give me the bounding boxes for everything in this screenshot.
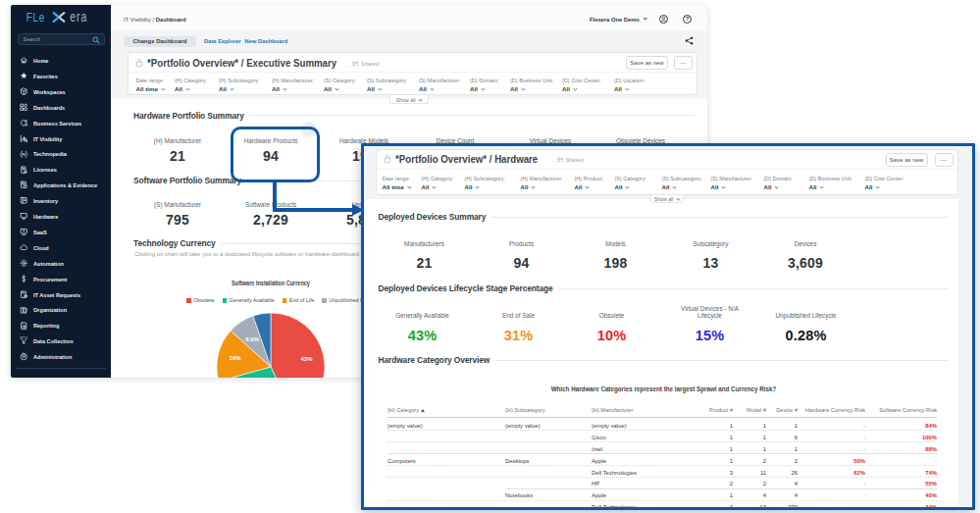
new-dashboard-link[interactable]: New Dashboard (245, 36, 288, 48)
filter--s-manufacturer-[interactable]: (S) Manufacturer:All (711, 176, 753, 190)
filter-value[interactable]: All (865, 183, 904, 190)
sidebar-item-data-collection[interactable]: Data Collection (11, 333, 111, 349)
sidebar-item-label: Dashboards (33, 104, 65, 111)
hardware-category-heading: Hardware Category Overview (379, 355, 490, 365)
filter-value[interactable]: All (367, 85, 407, 92)
filter-value[interactable]: All (764, 183, 794, 190)
filter-value[interactable]: All (272, 85, 314, 92)
sidebar-item-label: Data Collection (33, 337, 74, 344)
filter-value[interactable]: All (809, 183, 852, 190)
sidebar-item-applications-evidence[interactable]: Applications & Evidence (11, 178, 111, 193)
filter-value[interactable]: All time (136, 85, 164, 92)
filter--s-category-[interactable]: (S) Category:All (615, 176, 647, 190)
filter-value[interactable]: All (575, 183, 604, 190)
sidebar-item-automation[interactable]: Automation (11, 255, 111, 271)
filter-value[interactable]: All (615, 183, 647, 190)
sidebar-item-technopedia[interactable]: Technopedia (11, 146, 111, 162)
table-header-0[interactable]: (H) Category (387, 407, 503, 413)
filter--s-subcategory-[interactable]: (S) Subcategory:All (662, 176, 702, 190)
filter-value[interactable]: All (521, 183, 563, 190)
sidebar-item-cloud[interactable]: Cloud (11, 239, 111, 255)
sidebar-item-it-asset-requests[interactable]: IT Asset Requests (11, 286, 111, 302)
table-header-7[interactable]: Software Currency Risk (869, 407, 937, 413)
table-header-3[interactable]: Product # (688, 407, 733, 413)
table-header-4[interactable]: Model # (735, 407, 766, 413)
filter--s-manufacturer-[interactable]: (S) Manufacturer:All (419, 77, 461, 92)
help-icon[interactable]: ? (683, 15, 692, 24)
filter--d-domain-[interactable]: (D) Domain:All (764, 176, 794, 190)
more-options-button[interactable]: ... (935, 153, 954, 167)
filter-value[interactable]: All (324, 85, 356, 92)
filter--h-category-[interactable]: (H) Category:All (175, 77, 207, 92)
filter--h-subcategory-[interactable]: (H) Subcategory:All (465, 176, 506, 190)
filter--s-subcategory-[interactable]: (S) Subcategory:All (367, 77, 407, 92)
save-as-new-button[interactable]: Save as new (626, 56, 668, 70)
filter-value[interactable]: All (614, 85, 645, 92)
sidebar-item-administration[interactable]: Administration (11, 349, 111, 365)
filter--d-cost-center-[interactable]: (D) Cost Center:All (865, 176, 904, 190)
show-all-button[interactable]: Show all (389, 95, 429, 105)
breadcrumb[interactable]: IT Visibility / Dashboard (124, 17, 186, 23)
change-dashboard-button[interactable]: Change Dashboard (124, 36, 196, 48)
filter--h-manufacturer-[interactable]: (H) Manufacturer:All (272, 77, 314, 92)
table-header-1[interactable]: (H) Subcategory (505, 407, 590, 413)
sidebar-item-licenses[interactable]: Licenses (11, 162, 111, 178)
filter-value[interactable]: All (470, 85, 499, 92)
legend-item-obsolete[interactable]: Obsolete (186, 297, 215, 304)
filter-value[interactable]: All (422, 183, 454, 190)
filter-value[interactable]: All (219, 85, 260, 92)
sidebar-item-favorites[interactable]: Favorites (11, 69, 111, 84)
filter-value[interactable]: All (175, 85, 207, 92)
more-options-button[interactable]: ... (674, 56, 693, 70)
sidebar-item-procurement[interactable]: Procurement (11, 271, 111, 286)
save-as-new-button[interactable]: Save as new (886, 153, 928, 167)
filter--h-manufacturer-[interactable]: (H) Manufacturer:All (521, 176, 563, 190)
sidebar-item-saas[interactable]: SaaS (11, 225, 111, 240)
filter--d-domain-[interactable]: (D) Domain:All (470, 77, 499, 92)
share-icon[interactable] (685, 36, 694, 45)
filter--h-category-[interactable]: (H) Category:All (422, 176, 454, 190)
user-icon[interactable] (659, 15, 668, 24)
filter-value[interactable]: All (465, 183, 506, 190)
sidebar-item-reporting[interactable]: Reporting (11, 318, 111, 333)
filter--s-category-[interactable]: (S) Category:All (324, 77, 356, 92)
filter--h-subcategory-[interactable]: (H) Subcategory:All (219, 77, 260, 92)
table-cell: 26 (768, 470, 798, 476)
sidebar-item-inventory[interactable]: Inventory (11, 193, 111, 209)
filter--h-product-[interactable]: (H) Product:All (575, 176, 604, 190)
sidebar-item-home[interactable]: Home (11, 53, 111, 69)
filter-value[interactable]: All (662, 183, 702, 190)
sidebar-search-input[interactable]: Search (18, 33, 105, 45)
table-header-6[interactable]: Hardware Currency Risk (801, 407, 865, 413)
sidebar-item-hardware[interactable]: Hardware (11, 209, 111, 225)
filter-value[interactable]: All (419, 85, 461, 92)
data-explorer-link[interactable]: Data Explorer (204, 36, 241, 48)
account-menu[interactable]: Flexera One Demo (590, 17, 645, 23)
filter-label: (S) Category: (324, 77, 356, 83)
filter--d-business-unit-[interactable]: (D) Business Unit:All (809, 176, 852, 190)
legend-item-generally-available[interactable]: Generally Available (223, 297, 275, 304)
filter--d-cost-center-[interactable]: (D) Cost Center:All (562, 77, 601, 92)
sidebar-item-workspaces[interactable]: Workspaces (11, 83, 111, 99)
annotation-arrow-head (352, 204, 364, 216)
pie-chart[interactable]: 43%16%8.0% (212, 308, 330, 378)
filter-value[interactable]: All (711, 183, 753, 190)
show-all-button[interactable]: Show all (650, 195, 684, 204)
filter-value[interactable]: All (510, 85, 553, 92)
filter--d-location-[interactable]: (D) Location:All (614, 77, 645, 92)
lifecycle-label: Virtual Devices - N/ALifecycle (681, 305, 739, 320)
filter-date-range[interactable]: Date rangeAll time (136, 77, 164, 92)
filter-value[interactable]: All (562, 85, 601, 92)
table-header-5[interactable]: Device # (768, 407, 798, 413)
filter-date-range[interactable]: Date rangeAll time (383, 176, 410, 190)
sidebar-item-business-services[interactable]: Business Services (11, 115, 111, 130)
breadcrumb-path[interactable]: IT Visibility / (124, 17, 156, 23)
table-row-divider (387, 441, 937, 442)
sidebar-item-it-visibility[interactable]: IT Visibility (11, 130, 111, 146)
filter--d-business-unit-[interactable]: (D) Business Unit:All (510, 77, 553, 92)
sidebar-item-dashboards[interactable]: Dashboards (11, 99, 111, 115)
legend-item-end-of-life[interactable]: End of Life (283, 297, 315, 304)
sidebar-item-organization[interactable]: Organization (11, 302, 111, 318)
filter-value[interactable]: All time (383, 183, 410, 190)
stat-label: Software Products (245, 201, 296, 208)
